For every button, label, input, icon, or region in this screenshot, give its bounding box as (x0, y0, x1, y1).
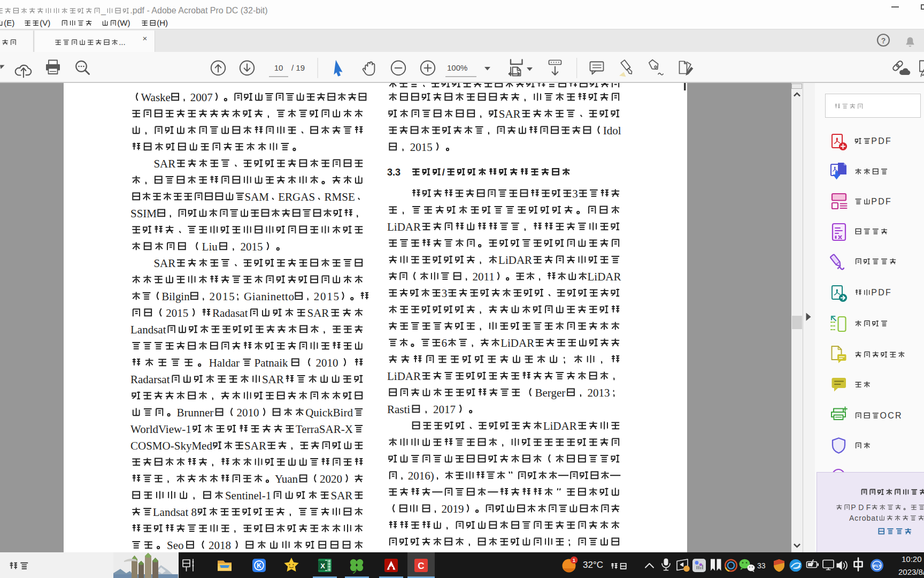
svg-text:PDF: PDF (851, 503, 871, 512)
svg-text:/: / (442, 167, 445, 178)
svg-text:2017: 2017 (433, 403, 456, 416)
svg-text:(E): (E) (4, 18, 14, 27)
svg-text:2010: 2010 (237, 406, 259, 419)
svg-text:WorldView-1: WorldView-1 (130, 423, 191, 436)
svg-text:_: _ (101, 6, 106, 16)
svg-text:SAR: SAR (262, 373, 284, 386)
svg-text:(V): (V) (40, 18, 50, 27)
svg-text:2010: 2010 (316, 356, 338, 369)
svg-text:Waske: Waske (141, 91, 171, 104)
svg-text:RMSE: RMSE (325, 191, 355, 203)
svg-text:3: 3 (442, 287, 448, 300)
svg-text:Seo: Seo (167, 539, 184, 552)
svg-text:X: X (320, 562, 325, 570)
svg-text:TerraSAR-X: TerraSAR-X (296, 423, 353, 436)
svg-text:SAR: SAR (307, 307, 329, 320)
svg-text:LiDAR: LiDAR (543, 420, 577, 432)
svg-text:Gianinetto: Gianinetto (244, 290, 294, 303)
svg-text:?: ? (881, 36, 886, 45)
svg-text:LiDAR: LiDAR (498, 254, 532, 267)
svg-text:Liu: Liu (202, 240, 218, 253)
svg-text:SAM: SAM (244, 191, 269, 203)
svg-text:3.3: 3.3 (387, 167, 401, 178)
svg-text:Acrobat: Acrobat (849, 514, 878, 522)
svg-text:Radasat: Radasat (212, 307, 248, 320)
svg-text:SAR: SAR (499, 108, 521, 120)
svg-text:.pdf - Adobe Acrobat Pro DC (3: .pdf - Adobe Acrobat Pro DC (32-bit) (130, 6, 267, 15)
svg-text:iFLY: iFLY (873, 564, 881, 568)
svg-text:2020: 2020 (320, 473, 342, 485)
svg-text:C: C (418, 561, 424, 571)
svg-text:COSMO-SkyMed: COSMO-SkyMed (130, 439, 212, 452)
svg-text:SAR: SAR (244, 439, 266, 452)
svg-text:Patnaik: Patnaik (255, 356, 289, 369)
svg-text:2018: 2018 (209, 539, 231, 552)
svg-text:SSIM: SSIM (130, 207, 157, 220)
svg-text:2015: 2015 (166, 307, 188, 320)
svg-text:Brunner: Brunner (176, 406, 213, 419)
svg-text:LiDAR: LiDAR (387, 220, 421, 233)
svg-text:LiDAR: LiDAR (387, 370, 421, 383)
svg-text:SAR: SAR (153, 257, 175, 270)
svg-text:SAR: SAR (331, 489, 353, 502)
svg-text:QuickBird: QuickBird (305, 406, 353, 419)
svg-text:Yuan: Yuan (275, 473, 298, 485)
svg-text:OCR: OCR (880, 411, 902, 420)
svg-text:1: 1 (573, 557, 576, 563)
svg-text:Haldar: Haldar (209, 356, 240, 369)
svg-text:LiDAR: LiDAR (500, 337, 534, 349)
svg-text:LiDAR: LiDAR (588, 270, 621, 283)
svg-text:PDF: PDF (871, 197, 891, 206)
svg-text:Landsat: Landsat (130, 323, 166, 336)
svg-text:Bilgin: Bilgin (161, 290, 190, 303)
svg-text:2015: 2015 (314, 290, 339, 303)
svg-text:(H): (H) (157, 18, 168, 27)
svg-text:2015: 2015 (210, 290, 235, 303)
svg-text:Berger: Berger (535, 386, 566, 399)
svg-text:6: 6 (441, 337, 447, 349)
svg-text:...: ... (119, 37, 126, 47)
svg-text:2016): 2016) (408, 469, 434, 482)
svg-text:2013: 2013 (588, 386, 610, 399)
svg-text:2011: 2011 (473, 270, 495, 283)
svg-text:PDF: PDF (871, 136, 891, 146)
svg-text:PDF: PDF (871, 288, 891, 297)
svg-text:(W): (W) (117, 18, 130, 27)
svg-text:Rasti: Rasti (387, 403, 410, 416)
svg-text:3: 3 (572, 187, 578, 200)
svg-text:K: K (257, 562, 261, 569)
svg-text:2015: 2015 (410, 141, 433, 154)
svg-text:Radarsat: Radarsat (130, 373, 170, 386)
svg-text:2015: 2015 (241, 240, 263, 253)
svg-text:SAR: SAR (153, 157, 175, 170)
svg-text:2019: 2019 (442, 503, 464, 515)
svg-text:Idol: Idol (603, 124, 621, 137)
svg-text:2007: 2007 (190, 91, 213, 104)
svg-text:ERGAS: ERGAS (278, 191, 315, 203)
svg-text:Sentinel-1: Sentinel-1 (225, 489, 271, 502)
svg-text:Landsat 8: Landsat 8 (153, 506, 197, 519)
